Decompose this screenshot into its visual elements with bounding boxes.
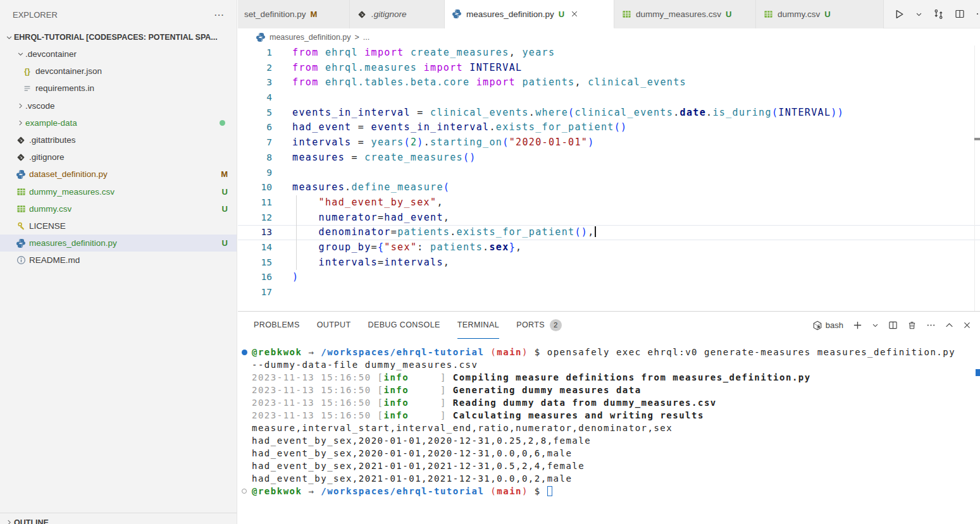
breadcrumb[interactable]: measures_definition.py > ...: [238, 28, 980, 46]
command-decoration-icon[interactable]: [242, 350, 247, 355]
bottom-panel: PROBLEMSOUTPUTDEBUG CONSOLETERMINALPORTS…: [238, 311, 980, 524]
tree-item-devcontainer-json[interactable]: {}devcontainer.json: [0, 63, 237, 80]
line-number: 17: [238, 285, 272, 300]
tree-item-requirements-in[interactable]: requirements.in: [0, 80, 237, 97]
panel-tab-label: PORTS: [516, 320, 545, 329]
terminal-dropdown-icon[interactable]: [872, 322, 879, 329]
breadcrumb-file[interactable]: measures_definition.py: [270, 33, 351, 42]
terminal-shell-selector[interactable]: bash: [812, 320, 843, 331]
tree-item-dummy-measures-csv[interactable]: dummy_measures.csvU: [0, 183, 237, 200]
more-actions-icon[interactable]: [976, 9, 980, 19]
terminal-line: @rebkwok → /workspaces/ehrql-tutorial (m…: [238, 346, 980, 358]
line-number: 2: [238, 61, 272, 76]
panel-tab-output[interactable]: OUTPUT: [317, 312, 351, 339]
chevron-down-icon: [4, 34, 14, 41]
tab-dummy-csv[interactable]: dummy.csvU: [756, 0, 884, 28]
tree-item-label: .gitignore: [29, 152, 65, 162]
tab-git-badge: U: [726, 9, 731, 19]
tree-item-label: requirements.in: [35, 83, 94, 93]
chevron-right-icon: [4, 519, 14, 524]
panel-tab-ports[interactable]: PORTS2: [516, 312, 562, 339]
key-icon: [15, 221, 27, 231]
new-terminal-icon[interactable]: [853, 320, 862, 330]
tab-measures-definition-py[interactable]: measures_definition.pyU: [445, 0, 614, 28]
line-number: 14: [238, 240, 272, 255]
indent-guide: [296, 195, 297, 270]
run-dropdown-icon[interactable]: [915, 11, 922, 18]
explorer-more-actions-icon[interactable]: ⋯: [214, 9, 225, 21]
chevron-down-icon: [15, 51, 25, 58]
line-number: 4: [238, 90, 272, 106]
code-line: 2from ehrql.measures import INTERVAL: [238, 61, 980, 76]
outline-section-header[interactable]: OUTLINE: [0, 513, 237, 524]
python-icon: [15, 169, 27, 180]
line-number: 15: [238, 255, 272, 271]
editor-scrollbar[interactable]: [974, 46, 980, 311]
tree-item-measures-definition-py[interactable]: measures_definition.pyU: [0, 235, 237, 252]
code-line: 3from ehrql.tables.beta.core import pati…: [238, 75, 980, 90]
tab-set-definition-py[interactable]: set_definition.pyM: [238, 0, 350, 28]
line-number: 5: [238, 106, 272, 121]
split-editor-icon[interactable]: [955, 9, 965, 19]
terminal-line: 2023-11-13 15:16:50 [info ] Generating d…: [238, 384, 980, 396]
csv-icon: [15, 186, 27, 197]
tree-item-label: LICENSE: [29, 221, 66, 231]
panel-actions: bash: [812, 320, 980, 331]
panel-header: PROBLEMSOUTPUTDEBUG CONSOLETERMINALPORTS…: [238, 312, 980, 339]
terminal-cursor: [547, 486, 552, 496]
run-icon[interactable]: [894, 9, 905, 20]
terminal[interactable]: @rebkwok → /workspaces/ehrql-tutorial (m…: [238, 339, 980, 524]
git-status-badge: U: [222, 238, 228, 248]
panel-tab-label: PROBLEMS: [254, 320, 300, 329]
code-editor[interactable]: 1from ehrql import create_measures, year…: [238, 46, 980, 311]
tree-item-license[interactable]: LICENSE: [0, 217, 237, 235]
tree-item-label: .gitattributes: [29, 135, 76, 145]
breadcrumb-more[interactable]: ...: [363, 33, 369, 42]
info-icon: [15, 255, 27, 265]
explorer-root-folder[interactable]: EHRQL-TUTORIAL [CODESPACES: POTENTIAL SP…: [0, 29, 237, 46]
code-line: 15 intervals=intervals,: [238, 255, 980, 271]
git-status-badge: U: [222, 204, 228, 214]
git-status-badge: U: [222, 187, 228, 197]
tree-item-label: example-data: [25, 118, 77, 128]
editor-tab-bar: set_definition.pyM.gitignoremeasures_def…: [238, 0, 980, 28]
code-line: 8measures = create_measures(): [238, 150, 980, 166]
root-folder-label: EHRQL-TUTORIAL [CODESPACES: POTENTIAL SP…: [14, 33, 218, 42]
tab--gitignore[interactable]: .gitignore: [350, 0, 445, 28]
panel-tab-terminal[interactable]: TERMINAL: [457, 312, 499, 339]
open-changes-icon[interactable]: [933, 9, 944, 20]
line-number: 6: [238, 120, 272, 135]
terminal-more-icon[interactable]: [926, 320, 936, 330]
tree-item-readme-md[interactable]: README.md: [0, 252, 237, 269]
tree-item--gitattributes[interactable]: .gitattributes: [0, 131, 237, 149]
tree-item--vscode[interactable]: .vscode: [0, 97, 237, 114]
line-number: 3: [238, 75, 272, 90]
tree-item-example-data[interactable]: example-data: [0, 114, 237, 131]
code-line: 12 numerator=had_event,: [238, 210, 980, 226]
explorer-header: EXPLORER ⋯: [0, 0, 237, 29]
terminal-line: had_event_by_sex,2020-01-01,2020-12-31,0…: [238, 434, 980, 447]
tab-dummy-measures-csv[interactable]: dummy_measures.csvU: [614, 0, 756, 28]
split-terminal-icon[interactable]: [888, 320, 898, 330]
maximize-panel-icon[interactable]: [945, 321, 953, 329]
tree-item-dataset-definition-py[interactable]: dataset_definition.pyM: [0, 166, 237, 183]
code-text: from ehrql.measures import INTERVAL: [292, 61, 522, 76]
tree-item-label: .devcontainer: [25, 49, 77, 59]
panel-tab-problems[interactable]: PROBLEMS: [254, 312, 300, 339]
text-cursor: [595, 226, 596, 237]
file-tree: .devcontainer{}devcontainer.jsonrequirem…: [0, 46, 237, 269]
tree-item-label: dummy.csv: [29, 204, 71, 214]
tree-item--gitignore[interactable]: .gitignore: [0, 149, 237, 166]
tree-item-dummy-csv[interactable]: dummy.csvU: [0, 200, 237, 217]
kill-terminal-icon[interactable]: [907, 320, 917, 330]
panel-tab-debug-console[interactable]: DEBUG CONSOLE: [368, 312, 440, 339]
close-panel-icon[interactable]: [963, 321, 971, 329]
close-icon[interactable]: [571, 10, 578, 18]
line-number: 10: [238, 180, 272, 195]
code-line: 14 group_by={"sex": patients.sex},: [238, 240, 980, 255]
code-text: events_in_interval = clinical_events.whe…: [292, 106, 844, 121]
code-line: 10measures.define_measure(: [238, 180, 980, 195]
tree-item--devcontainer[interactable]: .devcontainer: [0, 46, 237, 63]
terminal-line: had_event_by_sex,2020-01-01,2020-12-31,0…: [238, 447, 980, 460]
command-decoration-pending-icon[interactable]: [242, 489, 247, 494]
